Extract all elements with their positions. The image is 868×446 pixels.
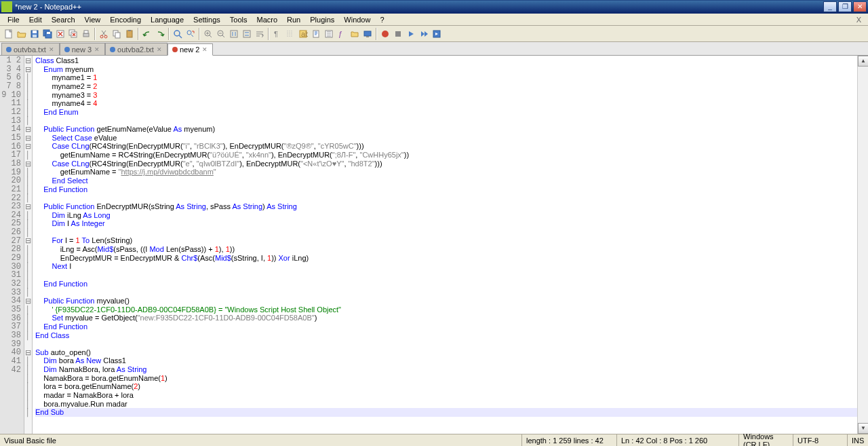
- zoom-in-icon[interactable]: [202, 28, 214, 40]
- svg-point-32: [382, 31, 389, 37]
- status-filetype: Visual Basic file: [0, 434, 522, 446]
- status-bar: Visual Basic file length : 1 259 lines :…: [0, 434, 868, 446]
- menu-help[interactable]: ?: [375, 14, 389, 25]
- window-title: *new 2 - Notepad++: [15, 3, 823, 11]
- svg-text:¶: ¶: [274, 30, 278, 38]
- record-macro-icon[interactable]: [379, 28, 391, 40]
- paste-icon[interactable]: [123, 28, 136, 40]
- svg-rect-3: [33, 35, 37, 37]
- menu-window[interactable]: Window: [339, 14, 375, 25]
- tab-label: new 3: [72, 45, 92, 54]
- svg-rect-15: [115, 33, 120, 38]
- func-list-icon[interactable]: ƒ: [336, 28, 348, 40]
- close-all-icon[interactable]: [67, 28, 79, 40]
- user-lang-icon[interactable]: ab: [297, 28, 309, 40]
- menu-search[interactable]: Search: [47, 14, 80, 25]
- tab-close-icon[interactable]: ✕: [94, 46, 100, 53]
- menu-bar: File Edit Search View Encoding Language …: [0, 14, 868, 26]
- tab-new3[interactable]: new 3✕: [60, 43, 105, 55]
- code-content[interactable]: Class Class1 Enum myenum myname1 = 1 myn…: [33, 56, 868, 434]
- scroll-down-icon[interactable]: ▼: [858, 423, 868, 434]
- tab-state-icon: [172, 47, 178, 52]
- menu-settings[interactable]: Settings: [189, 14, 225, 25]
- mdi-close-button[interactable]: X: [852, 14, 865, 25]
- title-bar: *new 2 - Notepad++ _ ❐ ✕: [0, 0, 868, 14]
- menu-edit[interactable]: Edit: [24, 14, 47, 25]
- tab-label: outvba.txt: [14, 45, 46, 54]
- menu-language[interactable]: Language: [146, 14, 189, 25]
- folder-view-icon[interactable]: [349, 28, 361, 40]
- print-icon[interactable]: [80, 28, 92, 40]
- menu-tools[interactable]: Tools: [225, 14, 252, 25]
- editor-area[interactable]: 1 2 3 4 5 6 7 8 9 10 11 12 13 14 15 16 1…: [0, 56, 868, 434]
- tab-close-icon[interactable]: ✕: [48, 46, 55, 53]
- sync-v-icon[interactable]: [228, 28, 240, 40]
- new-file-icon[interactable]: [3, 28, 15, 40]
- show-all-chars-icon[interactable]: ¶: [271, 28, 283, 40]
- indent-guide-icon[interactable]: [284, 28, 296, 40]
- tab-state-icon: [6, 47, 12, 52]
- close-file-icon[interactable]: [54, 28, 66, 40]
- menu-view[interactable]: View: [80, 14, 106, 25]
- open-file-icon[interactable]: [16, 28, 28, 40]
- cut-icon[interactable]: [98, 28, 110, 40]
- undo-icon[interactable]: [141, 28, 153, 40]
- vertical-scrollbar[interactable]: ▲ ▼: [857, 56, 868, 434]
- line-number-gutter: 1 2 3 4 5 6 7 8 9 10 11 12 13 14 15 16 1…: [0, 56, 24, 434]
- fold-column[interactable]: ⊟⊟││││││⊟⊟⊟│⊟││││⊟│││⊟││││││⊟││││⊟││││││…: [24, 56, 33, 434]
- save-icon[interactable]: [28, 28, 41, 40]
- tab-label: outvba2.txt: [117, 45, 154, 54]
- minimize-button[interactable]: _: [823, 1, 837, 12]
- tab-new2[interactable]: new 2✕: [167, 43, 213, 56]
- tab-close-icon[interactable]: ✕: [156, 46, 163, 53]
- replace-icon[interactable]: [184, 28, 197, 40]
- save-macro-icon[interactable]: [431, 28, 443, 40]
- status-encoding: UTF-8: [793, 434, 848, 446]
- menu-file[interactable]: File: [3, 14, 24, 25]
- zoom-out-icon[interactable]: [215, 28, 227, 40]
- doc-map-icon[interactable]: [310, 28, 322, 40]
- svg-point-18: [174, 31, 180, 36]
- play-macro-icon[interactable]: [405, 28, 417, 40]
- tab-state-icon: [64, 47, 70, 52]
- tab-state-icon: [110, 47, 115, 52]
- sync-h-icon[interactable]: [241, 28, 253, 40]
- svg-rect-10: [83, 33, 89, 37]
- stop-macro-icon[interactable]: [392, 28, 404, 40]
- svg-rect-17: [128, 30, 131, 31]
- svg-rect-22: [231, 31, 237, 37]
- svg-rect-16: [127, 31, 132, 37]
- play-multi-icon[interactable]: [418, 28, 430, 40]
- monitor-icon[interactable]: [361, 28, 374, 40]
- svg-rect-6: [47, 32, 50, 34]
- wrap-icon[interactable]: [254, 28, 266, 40]
- status-insert-mode: INS: [848, 434, 868, 446]
- menu-encoding[interactable]: Encoding: [105, 14, 146, 25]
- menu-plugins[interactable]: Plugins: [305, 14, 339, 25]
- svg-rect-23: [243, 31, 250, 37]
- status-eol: Windows (CR LF): [739, 434, 793, 446]
- tab-outvba2[interactable]: outvba2.txt✕: [105, 43, 167, 55]
- tab-close-icon[interactable]: ✕: [201, 46, 208, 53]
- tab-outvba[interactable]: outvba.txt✕: [1, 43, 60, 55]
- svg-text:ƒ: ƒ: [338, 30, 342, 38]
- app-icon: [1, 1, 12, 12]
- redo-icon[interactable]: [154, 28, 166, 40]
- svg-rect-11: [84, 31, 88, 33]
- status-position: Ln : 42 Col : 8 Pos : 1 260: [617, 434, 739, 446]
- tab-label: new 2: [180, 45, 199, 54]
- close-button[interactable]: ✕: [853, 1, 867, 12]
- svg-text:ab: ab: [301, 30, 308, 38]
- menu-macro[interactable]: Macro: [252, 14, 282, 25]
- copy-icon[interactable]: [111, 28, 123, 40]
- svg-rect-33: [395, 31, 401, 37]
- tab-bar: outvba.txt✕ new 3✕ outvba2.txt✕ new 2✕: [0, 42, 868, 56]
- svg-rect-31: [366, 36, 369, 37]
- find-icon[interactable]: [172, 28, 184, 40]
- scroll-up-icon[interactable]: ▲: [858, 56, 868, 67]
- svg-rect-30: [364, 31, 371, 36]
- doc-list-icon[interactable]: [323, 28, 335, 40]
- save-all-icon[interactable]: [41, 28, 54, 40]
- menu-run[interactable]: Run: [282, 14, 305, 25]
- maximize-button[interactable]: ❐: [838, 1, 852, 12]
